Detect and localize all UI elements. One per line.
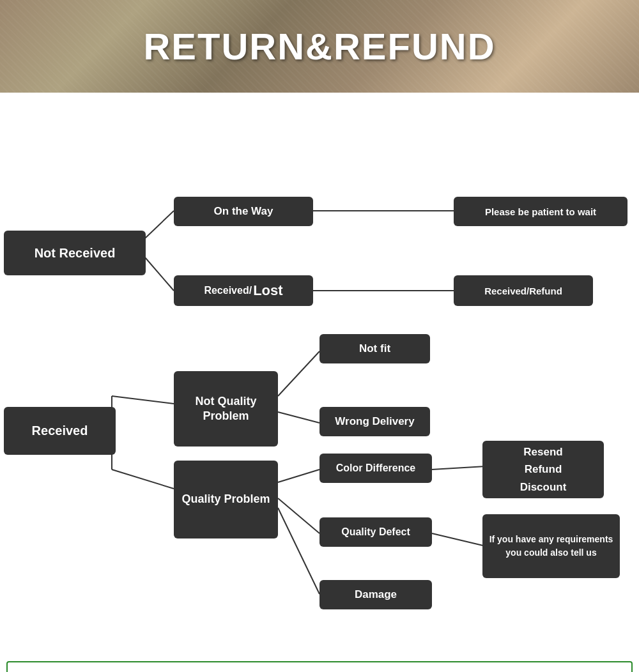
received-lost-box: Received/Lost	[174, 275, 313, 306]
svg-line-11	[278, 498, 320, 533]
flowchart-container: Not Received On the Way Received/Lost Pl…	[0, 93, 639, 642]
color-difference-box: Color Difference	[320, 454, 432, 483]
page-title: RETURN&REFUND	[143, 25, 495, 68]
notes-section: 1 Please check the tracking in formation…	[6, 661, 633, 672]
resend-refund-discount-box: Resend Refund Discount	[482, 441, 604, 498]
on-the-way-box: On the Way	[174, 197, 313, 226]
requirements-box: If you have any requirements you could a…	[482, 514, 620, 578]
svg-line-9	[278, 412, 320, 423]
quality-problem-box: Quality Problem	[174, 461, 278, 538]
svg-line-5	[112, 396, 174, 404]
received-refund-box: Received/Refund	[454, 275, 593, 306]
svg-line-0	[145, 211, 174, 238]
header: RETURN&REFUND	[0, 0, 639, 93]
svg-line-13	[432, 466, 486, 470]
svg-line-8	[278, 351, 320, 396]
svg-line-1	[145, 257, 174, 291]
damage-box: Damage	[320, 580, 432, 609]
svg-line-12	[278, 508, 320, 594]
svg-line-14	[432, 533, 486, 546]
not-received-box: Not Received	[4, 231, 146, 275]
quality-defect-box: Quality Defect	[320, 517, 432, 547]
received-box: Received	[4, 407, 116, 455]
svg-line-7	[112, 470, 174, 489]
not-fit-box: Not fit	[320, 334, 430, 363]
not-quality-problem-box: Not Quality Problem	[174, 371, 278, 447]
svg-line-10	[278, 470, 320, 482]
wrong-delivery-box: Wrong Delivery	[320, 407, 430, 436]
please-wait-box: Please be patient to wait	[454, 197, 627, 226]
